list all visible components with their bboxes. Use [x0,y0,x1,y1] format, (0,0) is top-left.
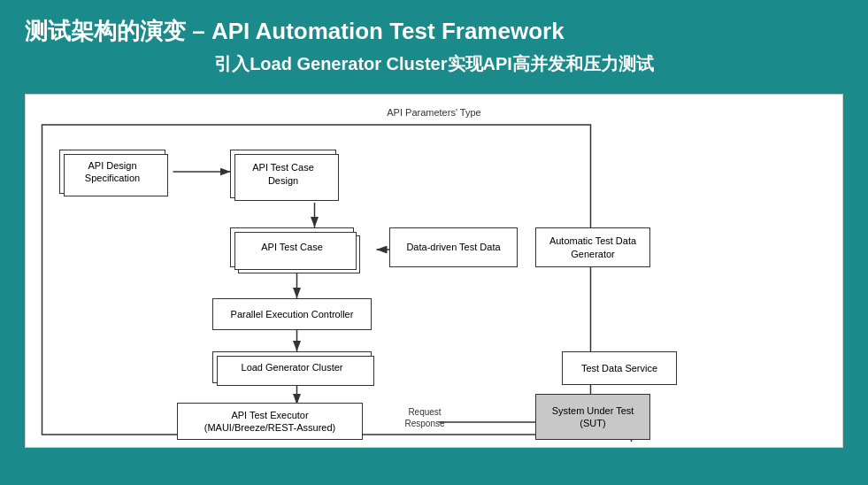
request-response-label: RequestResponse [394,406,456,429]
api-design-box: API DesignSpecification [59,150,165,194]
main-title: 测试架构的演变 – API Automation Test Framework [25,16,843,47]
api-test-case-box: API Test Case [230,227,354,267]
data-driven-box: Data-driven Test Data [389,227,518,267]
diagram-inner: API DesignSpecification API Test CaseDes… [40,123,828,442]
api-executor-box: API Test Executor(MAUI/Breeze/REST-Assur… [177,403,363,440]
api-params-label: API Parameters' Type [40,107,828,118]
load-gen-box: Load Generator Cluster [212,351,372,383]
test-data-service-box: Test Data Service [562,351,677,385]
diagram-container: API Parameters' Type [25,94,843,448]
auto-gen-box: Automatic Test DataGenerator [535,227,650,267]
api-test-case-design-box: API Test CaseDesign [230,150,336,198]
sub-title: 引入Load Generator Cluster实现API高并发和压力测试 [25,52,843,76]
sut-box: System Under Test(SUT) [535,394,650,440]
header: 测试架构的演变 – API Automation Test Framework … [0,0,868,94]
parallel-exec-box: Parallel Execution Controller [212,298,372,330]
